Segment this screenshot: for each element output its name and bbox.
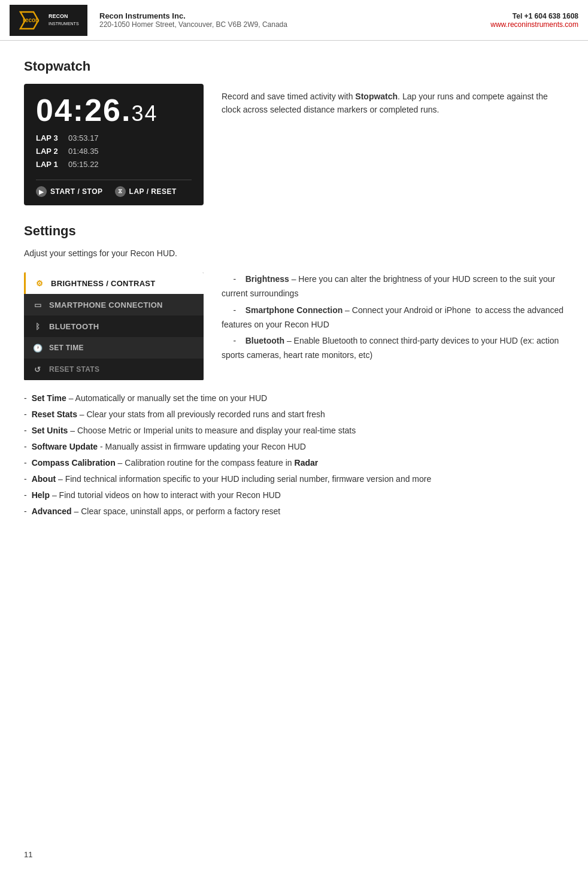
play-icon: ▶ — [36, 186, 47, 197]
clock-icon: 🕐 — [32, 342, 43, 353]
settings-list: - Set Time – Automatically or manually s… — [24, 392, 564, 518]
lap-row-1: LAP 1 05:15.22 — [36, 158, 192, 171]
menu-item-smartphone[interactable]: ▭ SMARTPHONE CONNECTION — [24, 294, 204, 315]
reset-icon: ↺ — [32, 364, 43, 375]
settings-menu: ⚙ BRIGHTNESS / CONTRAST ▭ SMARTPHONE CON… — [24, 272, 204, 380]
stopwatch-laps: LAP 3 03:53.17 LAP 2 01:48.35 LAP 1 05:1… — [36, 132, 192, 171]
list-item-compass: - Compass Calibration – Calibration rout… — [24, 457, 564, 469]
stopwatch-device: 04:26.34 LAP 3 03:53.17 LAP 2 01:48.35 L… — [24, 84, 204, 205]
page-header: recon RECON INSTRUMENTS Recon Instrument… — [0, 0, 588, 41]
stopwatch-row: 04:26.34 LAP 3 03:53.17 LAP 2 01:48.35 L… — [24, 84, 564, 205]
stopwatch-title: Stopwatch — [24, 59, 564, 74]
lap-icon: ⧖ — [115, 186, 126, 197]
list-item-settime: - Set Time – Automatically or manually s… — [24, 392, 564, 405]
header-contact: Tel +1 604 638 1608 www.reconinstruments… — [490, 12, 578, 29]
menu-label-smartphone: SMARTPHONE CONNECTION — [49, 301, 163, 309]
list-item-advanced: - Advanced – Clear space, uninstall apps… — [24, 505, 564, 518]
list-item-softwareupdate: - Software Update - Manually assist in f… — [24, 441, 564, 453]
bluetooth-icon: ᛒ — [32, 321, 43, 332]
lap-row-2: LAP 2 01:48.35 — [36, 145, 192, 158]
list-item-resetstats: - Reset Stats – Clear your stats from al… — [24, 408, 564, 421]
main-content: Stopwatch 04:26.34 LAP 3 03:53.17 LAP 2 … — [0, 41, 588, 545]
menu-label-settime: SET TIME — [49, 344, 84, 352]
desc-brightness: - Brightness – Here you can alter the br… — [222, 272, 564, 301]
desc-smartphone: - Smartphone Connection – Connect your A… — [222, 304, 564, 332]
stopwatch-time: 04:26.34 — [36, 95, 192, 126]
stopwatch-buttons: ▶ START / STOP ⧖ LAP / RESET — [36, 180, 192, 197]
menu-item-settime[interactable]: 🕐 SET TIME — [24, 337, 204, 359]
desc-bluetooth: - Bluetooth – Enable Bluetooth to connec… — [222, 334, 564, 363]
company-address: 220-1050 Homer Street, Vancouver, BC V6B… — [99, 20, 490, 29]
brightness-icon: ⚙ — [34, 278, 45, 289]
start-stop-btn[interactable]: ▶ START / STOP — [36, 186, 103, 197]
stopwatch-description: Record and save timed activity with Stop… — [222, 84, 564, 117]
svg-text:INSTRUMENTS: INSTRUMENTS — [49, 22, 79, 26]
lap-row-3: LAP 3 03:53.17 — [36, 132, 192, 145]
settings-description: - Brightness – Here you can alter the br… — [222, 272, 564, 365]
settings-title: Settings — [24, 223, 564, 239]
header-info: Recon Instruments Inc. 220-1050 Homer St… — [99, 11, 490, 29]
svg-text:RECON: RECON — [49, 13, 68, 19]
menu-label-bluetooth: BLUETOOTH — [49, 322, 99, 331]
svg-text:recon: recon — [23, 17, 39, 23]
menu-label-brightness: BRIGHTNESS / CONTRAST — [51, 279, 156, 288]
company-name: Recon Instruments Inc. — [99, 11, 490, 20]
company-logo: recon RECON INSTRUMENTS — [10, 5, 87, 36]
page-number: 11 — [24, 850, 32, 859]
menu-label-resetstats: RESET STATS — [49, 365, 99, 374]
settings-row: ⚙ BRIGHTNESS / CONTRAST ▭ SMARTPHONE CON… — [24, 272, 564, 380]
menu-item-bluetooth[interactable]: ᛒ BLUETOOTH — [24, 315, 204, 337]
list-item-help: - Help – Find tutorial videos on how to … — [24, 489, 564, 502]
smartphone-icon: ▭ — [32, 299, 43, 310]
header-tel: Tel +1 604 638 1608 — [490, 12, 578, 20]
settings-subtitle: Adjust your settings for your Recon HUD. — [24, 248, 564, 258]
list-item-setunits: - Set Units – Choose Metric or Imperial … — [24, 424, 564, 437]
lap-reset-btn[interactable]: ⧖ LAP / RESET — [115, 186, 177, 197]
menu-item-resetstats[interactable]: ↺ RESET STATS — [24, 359, 204, 380]
list-item-about: - About – Find technical information spe… — [24, 473, 564, 485]
menu-item-brightness[interactable]: ⚙ BRIGHTNESS / CONTRAST — [24, 272, 204, 294]
header-website: www.reconinstruments.com — [490, 20, 578, 29]
